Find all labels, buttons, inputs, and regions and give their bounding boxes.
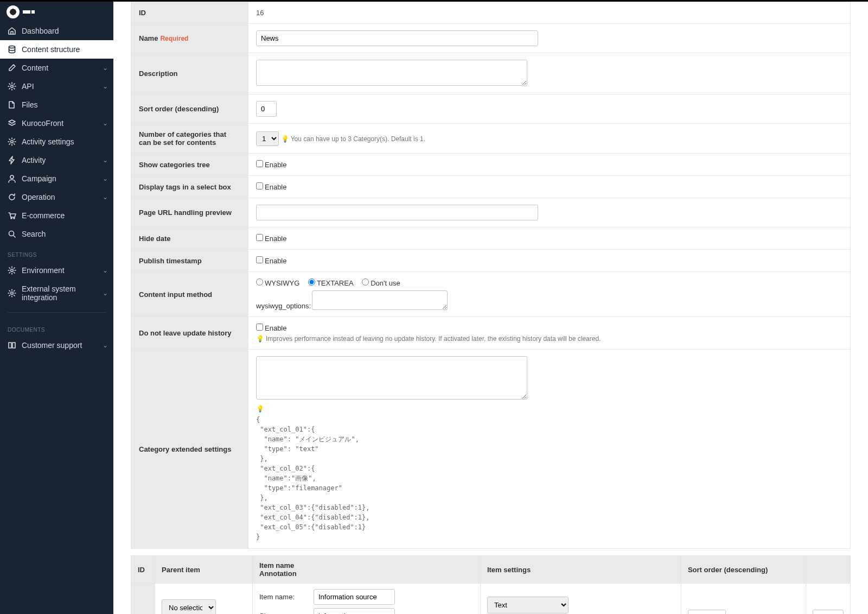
sidebar-item-dashboard[interactable]: Dashboard [0, 22, 113, 40]
gear-icon [8, 289, 16, 297]
sidebar-item-search[interactable]: Search [0, 225, 113, 243]
sidebar-item-external-system-integration[interactable]: External system integration⌄ [0, 280, 113, 307]
url-input[interactable] [256, 205, 538, 220]
search-icon [8, 230, 16, 238]
sidebar-item-operation[interactable]: Operation⌄ [0, 188, 113, 206]
sidebar-item-label: API [22, 82, 34, 91]
layers-icon [8, 119, 16, 128]
svg-point-7 [11, 269, 13, 271]
sidebar-item-e-commerce[interactable]: E-commerce [0, 206, 113, 225]
item-name-input[interactable] [314, 589, 395, 605]
user-icon [8, 174, 16, 183]
sidebar-item-kurocofront[interactable]: KurocoFront⌄ [0, 114, 113, 132]
slug-label: Slug: [259, 612, 309, 614]
sidebar-item-label: Content [22, 64, 48, 72]
value-id: 16 [256, 9, 264, 17]
parent-select[interactable]: No selection [162, 599, 216, 615]
label-hide-date: Hide date [131, 227, 248, 250]
bulb-icon: 💡 [281, 135, 289, 143]
sidebar-item-content[interactable]: Content⌄ [0, 59, 113, 77]
cart-icon [8, 211, 16, 220]
bulb-icon: 💡 [256, 335, 264, 343]
cat-num-select[interactable]: 1 [256, 131, 279, 146]
chevron-down-icon: ⌄ [103, 289, 108, 297]
sidebar-item-label: E-commerce [22, 211, 65, 220]
sidebar-item-activity[interactable]: Activity⌄ [0, 151, 113, 169]
gear-icon [8, 266, 16, 275]
logo-icon [7, 5, 20, 18]
description-textarea[interactable] [256, 60, 527, 86]
th-settings: Item settings [480, 556, 681, 584]
chevron-down-icon: ⌄ [103, 341, 108, 349]
sidebar-item-api[interactable]: API⌄ [0, 77, 113, 96]
radio-textarea-label[interactable]: TEXTAREA [308, 279, 354, 287]
chevron-down-icon: ⌄ [103, 119, 108, 127]
th-sort: Sort order (descending) [681, 556, 806, 584]
svg-point-5 [14, 218, 15, 219]
label-sort: Sort order (descending) [131, 94, 248, 124]
sidebar-item-label: Customer support [22, 341, 82, 350]
pub-ts-checkbox[interactable] [256, 256, 263, 263]
radio-textarea[interactable] [308, 278, 315, 286]
bulb-icon: 💡 [256, 405, 264, 413]
sidebar-item-label: Activity [22, 156, 46, 164]
nav-section-settings: SETTINGS [0, 243, 113, 261]
cat-ext-textarea[interactable] [256, 356, 527, 400]
items-table: ID Parent item Item name Annotation Item… [131, 555, 851, 614]
radio-dontuse-label[interactable]: Don't use [362, 279, 400, 287]
th-name: Item name Annotation [253, 556, 481, 584]
radio-wysiwyg[interactable] [256, 278, 263, 286]
clear-button[interactable]: Clear [813, 610, 844, 614]
svg-point-6 [9, 231, 14, 236]
gear-icon [8, 137, 16, 146]
main-content: ID 16 NameRequired Description Sort orde… [113, 0, 868, 614]
radio-wysiwyg-label[interactable]: WYSIWYG [256, 279, 299, 287]
hide-date-enable: Enable [265, 235, 286, 243]
chevron-down-icon: ⌄ [103, 193, 108, 201]
label-pub-ts: Publish timestamp [131, 250, 248, 272]
nav-section-docs: DOCUMENTS [0, 318, 113, 336]
no-history-enable: Enable [265, 324, 286, 332]
name-input[interactable] [256, 30, 538, 46]
label-show-tree: Show categories tree [131, 154, 248, 176]
item-type-select[interactable]: Text [487, 597, 569, 613]
svg-point-8 [11, 292, 13, 294]
sidebar-item-label: KurocoFront [22, 119, 63, 128]
show-tree-enable: Enable [265, 161, 286, 169]
sidebar-item-customer-support[interactable]: Customer support⌄ [0, 336, 113, 355]
no-history-checkbox[interactable] [256, 324, 263, 331]
sidebar-item-label: Campaign [22, 174, 56, 183]
cat-num-hint: You can have up to 3 Category(s). Defaul… [291, 135, 425, 143]
label-url: Page URL handling preview [131, 198, 248, 227]
slug-input[interactable] [314, 608, 395, 614]
label-no-history: Do not leave update history [131, 317, 248, 350]
form-table: ID 16 NameRequired Description Sort orde… [131, 2, 851, 549]
radio-dontuse[interactable] [362, 278, 369, 286]
sidebar-item-files[interactable]: Files [0, 96, 113, 114]
sidebar-item-label: Files [22, 100, 38, 109]
sidebar-header [0, 0, 113, 22]
wys-opt-textarea[interactable] [312, 290, 448, 310]
sidebar: DashboardContent structureContent⌄API⌄Fi… [0, 0, 113, 614]
chevron-down-icon: ⌄ [103, 267, 108, 274]
show-tree-checkbox[interactable] [256, 160, 263, 167]
sidebar-item-content-structure[interactable]: Content structure [0, 40, 113, 59]
label-description: Description [131, 53, 248, 94]
gear-icon [8, 82, 16, 91]
sidebar-item-activity-settings[interactable]: Activity settings [0, 132, 113, 151]
item-row: 01 No selection Repetition 1 Item name: … [131, 584, 851, 615]
bolt-icon [8, 156, 16, 164]
sidebar-item-label: Environment [22, 266, 65, 275]
book-icon [8, 341, 16, 350]
label-cat-ext: Category extended settings [131, 350, 248, 549]
hide-date-checkbox[interactable] [256, 234, 263, 241]
sort-input[interactable] [256, 101, 277, 117]
label-id: ID [131, 2, 248, 24]
sidebar-item-campaign[interactable]: Campaign⌄ [0, 169, 113, 188]
cat-ext-hint: { "ext_col_01":{ "name": "メインビジュアル", "ty… [256, 415, 843, 542]
pub-ts-enable: Enable [265, 257, 286, 265]
tags-checkbox[interactable] [256, 182, 263, 189]
row-sort-input[interactable] [688, 610, 726, 614]
sidebar-item-label: Search [22, 230, 46, 238]
sidebar-item-environment[interactable]: Environment⌄ [0, 261, 113, 280]
